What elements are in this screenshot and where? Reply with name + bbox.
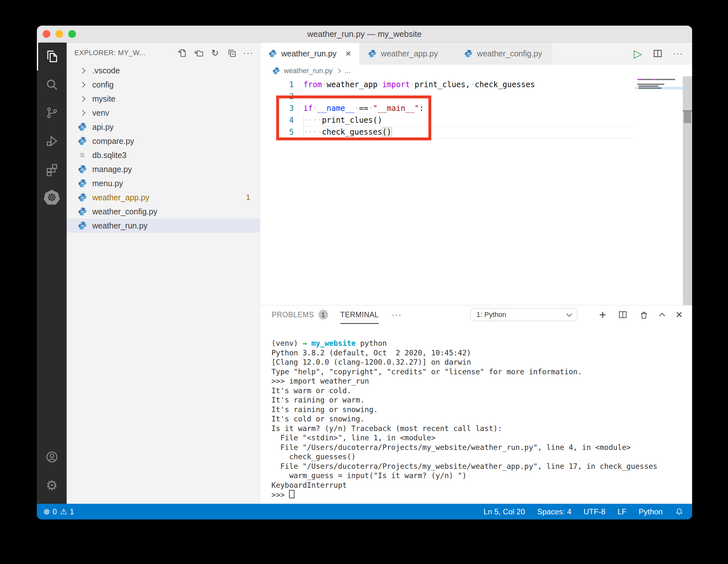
status-item[interactable]: Spaces: 4	[537, 507, 572, 516]
terminal-line: It's warm or cold.	[271, 386, 658, 396]
panel-actions: + ×	[599, 305, 683, 324]
terminal-line: Python 3.8.2 (default, Oct 2 2020, 10:45…	[271, 348, 658, 358]
tab-weather_config.py[interactable]: weather_config.py	[456, 42, 552, 65]
file-row-config[interactable]: config	[67, 78, 260, 92]
file-row-mysite[interactable]: mysite	[67, 92, 260, 106]
breadcrumb-more[interactable]: ...	[345, 67, 351, 75]
panel-tab-problems[interactable]: PROBLEMS1	[272, 305, 328, 324]
terminal-line: Is it warm? (y/n) Traceback (most recent…	[271, 424, 658, 434]
editor-tab-bar: weather_run.py× weather_app.py weather_c…	[260, 42, 692, 65]
new-terminal-icon[interactable]: +	[599, 310, 606, 319]
files-icon	[45, 49, 59, 63]
run-file-icon[interactable]: ▷	[634, 48, 642, 59]
terminal-output[interactable]: (venv) → my_website pythonPython 3.8.2 (…	[271, 339, 658, 500]
warning-triangle-icon: ⚠	[60, 507, 67, 516]
file-row-compare.py[interactable]: compare.py	[67, 134, 260, 148]
file-icon: ≡	[78, 150, 87, 160]
panel-more-icon[interactable]: ···	[392, 310, 402, 319]
activity-kubernetes[interactable]: ☸	[37, 183, 67, 211]
status-item[interactable]: LF	[617, 507, 626, 516]
file-row-venv[interactable]: venv	[67, 106, 260, 120]
terminal-line: >>>	[271, 490, 658, 500]
python-file-icon	[78, 122, 87, 132]
terminal-select[interactable]: 1: Python	[470, 308, 577, 321]
python-file-icon	[78, 136, 87, 146]
python-file-icon	[368, 49, 376, 58]
breadcrumb-file[interactable]: weather_run.py	[284, 67, 333, 75]
activity-search[interactable]	[37, 71, 67, 99]
file-label: mysite	[92, 94, 115, 104]
activity-source-control[interactable]	[37, 99, 67, 127]
file-label: compare.py	[92, 137, 134, 146]
explorer-title: EXPLORER: MY_W...	[74, 49, 145, 57]
status-error-circle: ⊗0	[43, 507, 57, 516]
file-label: config	[92, 80, 114, 89]
terminal-line: check_guesses()	[271, 452, 658, 462]
python-file-icon	[78, 164, 87, 174]
close-panel-icon[interactable]: ×	[676, 310, 683, 319]
terminal-line: warm_guess = input("Is it warm? (y/n) ")	[271, 471, 658, 481]
file-row-weather_run.py[interactable]: weather_run.py	[67, 219, 260, 233]
new-file-icon[interactable]	[177, 48, 187, 58]
activity-run-debug[interactable]	[37, 127, 67, 155]
explorer-sidebar: EXPLORER: MY_W... ↻ ··· .vsco	[67, 42, 260, 504]
maximize-panel-icon[interactable]	[659, 313, 665, 319]
file-label: .vscode	[92, 66, 120, 75]
bell-icon[interactable]	[675, 507, 684, 516]
python-file-icon	[78, 207, 87, 216]
code-line-1[interactable]: 1from·weather_app·import·print_clues,·ch…	[260, 79, 635, 91]
refresh-icon[interactable]: ↻	[210, 48, 220, 58]
activity-explorer[interactable]	[37, 42, 67, 71]
file-label: weather_app.py	[92, 193, 149, 202]
file-row-weather_config.py[interactable]: weather_config.py	[67, 204, 260, 219]
terminal-line: It's raining or snowing.	[271, 405, 658, 415]
settings-gear-icon[interactable]: ⚙	[37, 471, 67, 499]
status-right: Ln 5, Col 20Spaces: 4UTF-8LFPython	[484, 507, 692, 516]
new-folder-icon[interactable]	[193, 48, 203, 58]
file-row-api.py[interactable]: api.py	[67, 120, 260, 134]
kill-terminal-icon[interactable]	[639, 310, 649, 319]
file-label: db.sqlite3	[92, 151, 127, 160]
status-problems[interactable]: ⊗0⚠1	[37, 507, 74, 516]
tab-weather_run.py[interactable]: weather_run.py×	[260, 42, 360, 65]
status-item[interactable]: Ln 5, Col 20	[484, 507, 525, 516]
tab-weather_app.py[interactable]: weather_app.py	[360, 42, 456, 65]
split-editor-icon[interactable]	[652, 48, 663, 59]
terminal-cursor	[289, 490, 294, 498]
file-row-db.sqlite3[interactable]: ≡db.sqlite3	[67, 148, 260, 162]
screenshot-root: { "window": { "title": "weather_run.py —…	[0, 0, 728, 564]
line-number: 1	[260, 79, 294, 91]
close-tab-icon[interactable]: ×	[345, 48, 351, 59]
vscode-window: weather_run.py — my_website	[37, 26, 692, 519]
editor-scrollbar-thumb[interactable]	[684, 112, 691, 123]
file-label: api.py	[92, 122, 114, 132]
window-title: weather_run.py — my_website	[37, 26, 692, 42]
panel-tabs: PROBLEMS1TERMINAL	[272, 305, 391, 324]
status-item[interactable]: UTF-8	[583, 507, 605, 516]
python-file-icon	[269, 49, 277, 58]
file-row-manage.py[interactable]: manage.py	[67, 162, 260, 176]
file-row-menu.py[interactable]: menu.py	[67, 176, 260, 190]
tab-label: weather_app.py	[381, 49, 438, 58]
python-file-icon	[464, 49, 473, 58]
file-row-.vscode[interactable]: .vscode	[67, 63, 260, 78]
panel-header: PROBLEMS1TERMINAL ··· 1: Python + ×	[260, 305, 692, 324]
more-actions-icon[interactable]: ···	[243, 48, 253, 58]
activity-extensions[interactable]	[37, 155, 67, 183]
terminal-line: File "/Users/ducoterra/Projects/my_websi…	[271, 443, 658, 452]
account-icon[interactable]	[37, 443, 67, 471]
breadcrumb[interactable]: weather_run.py ...	[260, 65, 692, 77]
terminal-line: Type "help", "copyright", "credits" or "…	[271, 367, 658, 377]
status-item[interactable]: Python	[639, 507, 663, 516]
terminal-line: It's cold or snowing.	[271, 414, 658, 424]
editor-more-actions-icon[interactable]: ···	[673, 52, 683, 55]
panel-tab-terminal[interactable]: TERMINAL	[340, 305, 379, 324]
bottom-panel: PROBLEMS1TERMINAL ··· 1: Python + ×	[260, 305, 692, 504]
minimap[interactable]	[635, 76, 683, 305]
source-control-icon	[45, 106, 59, 120]
collapse-all-icon[interactable]	[227, 48, 237, 58]
search-icon	[45, 78, 59, 92]
split-terminal-icon[interactable]	[618, 310, 627, 319]
file-row-weather_app.py[interactable]: weather_app.py1	[67, 190, 260, 204]
python-file-icon	[272, 67, 280, 75]
